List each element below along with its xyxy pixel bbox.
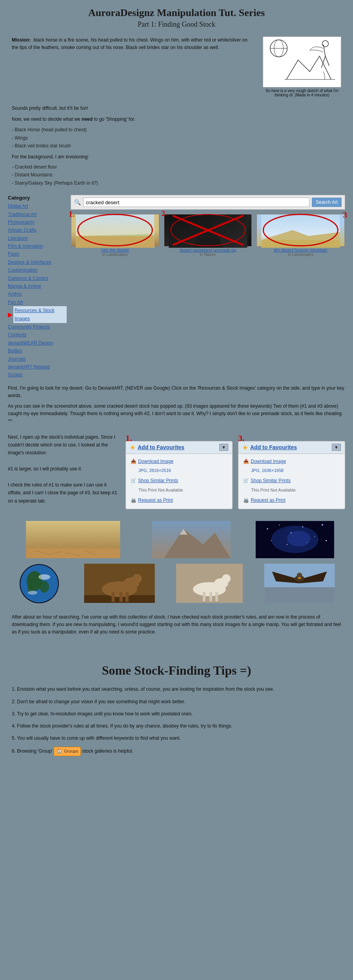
subtitle: Part 1: Finding Good Stock — [8, 20, 345, 29]
next-text-1: Next, I open up the stock's individual p… — [8, 433, 118, 457]
stock-row-1 — [0, 521, 353, 559]
sidebar-item-flash[interactable]: Flash — [8, 250, 67, 258]
tips-title: Some Stock-Finding Tips =) — [12, 663, 341, 678]
tip-1-text: 1. Envision what you want before you sta… — [12, 686, 274, 692]
sidebar-item-fan-art[interactable]: Fan Art — [8, 298, 67, 306]
stock-horse1-img — [74, 564, 165, 603]
svg-point-43 — [287, 531, 311, 546]
fav-shop-row-3: 🛒 Shop Similar Prints — [243, 476, 340, 485]
main-title: AuroraDesignz Manipulation Tut. Series — [8, 7, 345, 19]
groups-badge[interactable]: 🏠 Groups — [54, 747, 81, 756]
intro-text: Now, we need to decide what we need to g… — [12, 115, 341, 124]
fav-shop-link-1[interactable]: Shop Similar Prints — [138, 476, 178, 485]
result-image-1 — [71, 214, 160, 247]
sidebar-item-photography[interactable]: Photography — [8, 218, 67, 226]
result-title-3[interactable]: dry desert horizon mountain — [256, 248, 345, 252]
search-area: 🔍 Search Art 1. — [71, 195, 345, 379]
tip-1: 1. Envision what you want before you sta… — [12, 686, 341, 693]
sidebar-item-contests[interactable]: Contests — [8, 331, 67, 339]
fav-download-link-3[interactable]: Download Image — [251, 457, 286, 466]
sidebar-item-deviantwear[interactable]: deviantWEAR Design Battles — [8, 339, 67, 355]
list-item-3: - Black veil brides star brush — [12, 142, 341, 150]
sidebar-item-deviantart-related[interactable]: deviantART Related — [8, 363, 67, 371]
search-button[interactable]: Search Art — [312, 198, 342, 207]
tip-2: 2. Don't be afraid to change your vision… — [12, 698, 341, 706]
sidebar-item-traditional-art[interactable]: Traditional Art — [8, 211, 67, 218]
fav-star-icon-3: ★ — [242, 444, 248, 451]
fav-request-link-3[interactable]: Request as Print — [251, 496, 286, 505]
next-text-3: I check the rules of #1 to make sure I c… — [8, 481, 118, 505]
fav-panel-wrapper-1: 1. ★ Add to Favourites ▼ 📥 Download Imag… — [126, 433, 233, 509]
fav-dim-3: JPG, 1636×1658 — [243, 466, 340, 475]
sidebar-item-digital-art[interactable]: Digital Art — [8, 202, 67, 210]
sidebar-item-designs-interfaces[interactable]: Designs & Interfaces — [8, 258, 67, 266]
sidebar-item-film-animation[interactable]: Film & Animation — [8, 242, 67, 250]
next-text-2: #1 is larger, so I will probably use it. — [8, 465, 118, 473]
bg-item-1: - Cracked desert floor — [12, 163, 341, 171]
result-subtitle-1: in Landscapes — [71, 252, 160, 257]
svg-rect-13 — [169, 214, 247, 248]
sidebar-item-cartoons-comics[interactable]: Cartoons & Comics — [8, 274, 67, 282]
fav-dropdown-3[interactable]: ▼ — [332, 444, 341, 451]
tip-3: 3. Try to get clear, hi-resolution image… — [12, 710, 341, 718]
svg-marker-14 — [192, 218, 224, 248]
stock-earth-container — [8, 563, 71, 606]
svg-point-62 — [222, 574, 231, 583]
fav-download-link-1[interactable]: Download Image — [138, 457, 173, 466]
svg-rect-19 — [262, 240, 340, 248]
sidebar-item-resources-stock[interactable]: Resources & Stock Images — [13, 306, 67, 323]
fav-title-3[interactable]: Add to Favourites — [250, 444, 297, 450]
result-item-1: 1. — [71, 214, 160, 257]
stock-horse2-img — [168, 564, 251, 603]
bg-item-3: - Starry/Galaxy Sky (Perhaps Earth in it… — [12, 179, 341, 187]
sidebar-item-journals[interactable]: Journals — [8, 355, 67, 363]
svg-rect-56 — [112, 592, 115, 602]
svg-rect-65 — [215, 592, 218, 601]
tip-5-text: 5. You will usually have to come up with… — [12, 735, 181, 741]
fav-panels-container: 1. ★ Add to Favourites ▼ 📥 Download Imag… — [126, 433, 345, 509]
stock-eagle-img — [254, 564, 345, 603]
search-input[interactable] — [83, 198, 309, 207]
fav-request-link-1[interactable]: Request as Print — [138, 496, 173, 505]
sidebar: Category Digital Art Traditional Art Pho… — [8, 195, 71, 379]
sidebar-item-customization[interactable]: Customization — [8, 266, 67, 274]
explanation-text-1: First, I'm going to look for my desert. … — [8, 385, 345, 399]
tip-3-text: 3. Try to get clear, hi-resolution image… — [12, 711, 193, 717]
sidebar-item-artisan-crafts[interactable]: Artisan Crafts — [8, 226, 67, 234]
stock-desert-img — [8, 521, 138, 558]
stock-desert — [8, 521, 138, 559]
sidebar-arrow-icon: ▶ — [8, 311, 13, 318]
shopping-section: Sounds pretty difficult, but it'll be fu… — [0, 101, 353, 191]
download-icon-3: 📥 — [243, 457, 249, 466]
stock-horse2 — [168, 564, 251, 604]
result-subtitle-2: in Nature — [164, 252, 253, 257]
stock-eagle — [254, 564, 345, 604]
sidebar-item-manga-anime[interactable]: Manga & Anime — [8, 282, 67, 290]
fav-shop-link-3[interactable]: Shop Similar Prints — [251, 476, 291, 485]
fav-title-1[interactable]: Add to Favourites — [138, 444, 184, 450]
result-number-2: 2. — [162, 210, 167, 218]
sidebar-item-scraps[interactable]: Scraps — [8, 371, 67, 379]
result-title-2[interactable]: desert wasteland premade bg — [164, 248, 253, 252]
tip-5: 5. You will usually have to come up with… — [12, 735, 341, 742]
list-item-1: - Black Horse (head pulled to chest) — [12, 126, 341, 134]
sidebar-category-label: Category — [8, 195, 67, 201]
sidebar-item-literature[interactable]: Literature — [8, 234, 67, 242]
search-bar: 🔍 Search Art — [71, 195, 345, 210]
download-icon-1: 📥 — [131, 457, 136, 466]
fav-dropdown-1[interactable]: ▼ — [219, 444, 228, 451]
fav-shop-row-1: 🛒 Shop Similar Prints — [131, 476, 227, 485]
fav-request-row-1: 🖨️ Request as Print — [131, 496, 227, 505]
svg-point-49 — [38, 574, 50, 580]
after-search-text: After about an hour of searching, I've c… — [12, 613, 341, 636]
tips-section: Some Stock-Finding Tips =) 1. Envision w… — [0, 655, 353, 772]
sidebar-item-community-projects[interactable]: Community Projects — [8, 323, 67, 331]
groups-label: Groups — [64, 748, 78, 755]
result-title-1[interactable]: into the desert — [71, 248, 160, 252]
fav-shop-note-1: This Print Not Available — [131, 486, 227, 494]
sketch-svg — [263, 36, 341, 87]
stock-mountain-img — [141, 521, 242, 558]
svg-rect-67 — [264, 587, 335, 603]
svg-rect-10 — [76, 236, 154, 248]
sidebar-item-anthro[interactable]: Anthro — [8, 290, 67, 298]
